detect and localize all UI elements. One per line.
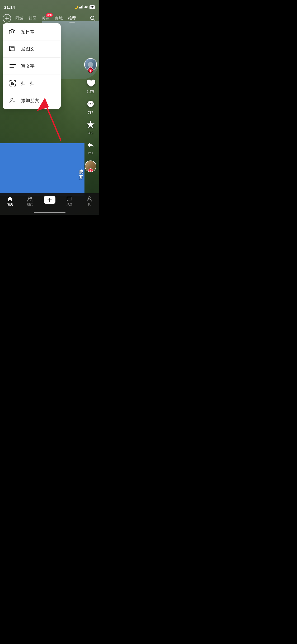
search-button[interactable]: [89, 15, 96, 22]
tab-friends[interactable]: 朋友: [20, 196, 40, 206]
add-friend-icon: [9, 97, 16, 104]
svg-line-7: [94, 19, 95, 21]
live-badge: 直播: [46, 13, 53, 17]
signal-icon: [79, 5, 83, 9]
right-actions: + 1.2万 737 388: [84, 58, 97, 172]
dropdown-menu: 拍日常 发图文 写文字: [3, 23, 61, 109]
nav-shangcheng[interactable]: 商城: [52, 15, 65, 22]
network-icon: 4G: [84, 6, 88, 9]
share-button[interactable]: 241: [85, 139, 96, 155]
svg-rect-17: [11, 82, 12, 83]
menu-write-text[interactable]: 写文字: [3, 58, 61, 75]
tab-messages-label: 消息: [67, 203, 72, 206]
nav-tuijian[interactable]: 推荐: [65, 15, 79, 22]
svg-point-28: [88, 103, 89, 104]
post-add-button[interactable]: [44, 196, 55, 204]
heart-icon: [85, 77, 96, 89]
svg-rect-2: [81, 6, 82, 8]
moon-icon: 🌙: [74, 5, 78, 9]
home-indicator: [34, 212, 65, 213]
tab-post[interactable]: +: [40, 196, 59, 208]
svg-marker-31: [87, 121, 95, 128]
like-button[interactable]: 1.2万: [85, 77, 96, 94]
share-icon: [85, 139, 96, 151]
menu-write-text-label: 写文字: [21, 63, 35, 69]
svg-point-21: [11, 98, 13, 100]
creator-avatar[interactable]: +: [84, 58, 97, 71]
tab-messages[interactable]: 消息: [59, 196, 79, 206]
camera-icon: [9, 28, 16, 35]
status-icons: 🌙 4G 22: [74, 5, 95, 9]
menu-shoot-daily[interactable]: 拍日常: [3, 23, 61, 40]
menu-post-image-label: 发图文: [21, 46, 35, 52]
second-avatar[interactable]: [85, 160, 96, 172]
svg-rect-3: [82, 5, 83, 8]
menu-add-friend-label: 添加朋友: [21, 98, 39, 104]
star-button[interactable]: 388: [85, 119, 96, 135]
video-text-line2: 开: [79, 175, 83, 180]
menu-shoot-daily-label: 拍日常: [21, 29, 35, 35]
svg-point-30: [92, 103, 93, 104]
comment-icon: [85, 98, 96, 110]
svg-point-20: [13, 84, 14, 85]
svg-point-33: [30, 197, 32, 199]
svg-point-29: [90, 103, 91, 104]
share-count: 241: [88, 151, 93, 155]
tab-friends-label: 朋友: [27, 203, 33, 206]
menu-post-image[interactable]: 发图文: [3, 40, 61, 58]
tab-profile[interactable]: 我: [79, 196, 99, 206]
like-count: 1.2万: [87, 90, 95, 94]
nav-shequ[interactable]: 社区: [26, 15, 39, 22]
star-icon: [85, 119, 96, 130]
nav-items: 同城 社区 关注 直播 商城 推荐: [13, 15, 88, 22]
status-bar: 21:14 🌙 4G 22: [0, 0, 99, 12]
comment-count: 737: [88, 111, 93, 114]
nav-guanzhu[interactable]: 关注 直播: [39, 15, 52, 22]
tab-bar: 首页 朋友 + 消息 我: [0, 193, 99, 215]
tab-home[interactable]: 首页: [0, 196, 20, 206]
tab-home-label: 首页: [7, 203, 13, 206]
svg-rect-10: [11, 48, 14, 51]
svg-rect-18: [13, 82, 14, 83]
svg-rect-0: [79, 7, 80, 8]
svg-rect-19: [11, 84, 12, 85]
tab-profile-label: 我: [88, 203, 91, 206]
scan-icon: [9, 80, 16, 87]
status-time: 21:14: [4, 5, 15, 10]
top-nav: 同城 社区 关注 直播 商城 推荐: [0, 12, 99, 25]
next-video-preview: [0, 143, 84, 196]
battery-icon: 22: [89, 5, 95, 9]
nav-tongcheng[interactable]: 同城: [13, 15, 26, 22]
svg-rect-1: [80, 7, 81, 8]
menu-add-friend[interactable]: 添加朋友: [3, 92, 61, 109]
video-text-overlay: 烧 开: [79, 169, 83, 180]
image-icon: [9, 45, 16, 53]
svg-point-8: [12, 31, 14, 33]
text-icon: [9, 62, 16, 70]
svg-point-36: [88, 197, 90, 199]
menu-scan[interactable]: 扫一扫: [3, 75, 61, 92]
menu-scan-label: 扫一扫: [21, 80, 35, 86]
svg-point-32: [28, 197, 30, 199]
video-text-line1: 烧: [79, 169, 83, 175]
add-content-button[interactable]: [3, 14, 11, 22]
comment-button[interactable]: 737: [85, 98, 96, 114]
star-count: 388: [88, 131, 93, 135]
